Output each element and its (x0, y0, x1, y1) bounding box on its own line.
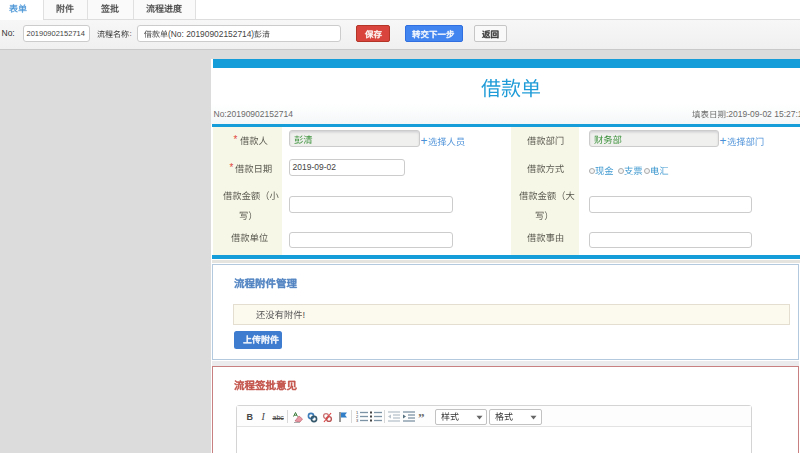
svg-text:3: 3 (356, 418, 359, 422)
